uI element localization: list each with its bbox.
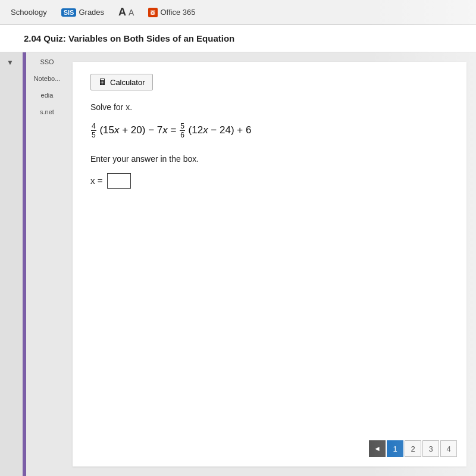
equation-display: 4 5 (15x + 20) − 7x = 5 6 (12x − 24) + 6 xyxy=(90,121,449,140)
sidebar-item-snet[interactable]: s.net xyxy=(29,108,65,115)
schoology-label: Schoology xyxy=(11,8,47,17)
pagination: ◄ 1 2 3 4 xyxy=(369,440,457,457)
sidebar-item-media[interactable]: edia xyxy=(29,92,65,99)
main-area: 2.04 Quiz: Variables on Both Sides of an… xyxy=(0,25,476,476)
sidebar-toggle-icon[interactable]: ▼ xyxy=(7,58,16,68)
sis-badge: SIS xyxy=(61,8,77,17)
left-sidebar: ▼ xyxy=(0,52,23,476)
sidebar-item-sso[interactable]: SSO xyxy=(29,58,65,65)
quiz-title: 2.04 Quiz: Variables on Both Sides of an… xyxy=(24,33,234,43)
back-arrow-icon: ◄ xyxy=(374,444,381,453)
browser-chrome: Schoology SIS Grades A A O Office 365 xyxy=(0,0,476,25)
office-label: Office 365 xyxy=(160,8,195,17)
solve-prompt: Solve for x. xyxy=(90,102,449,112)
tab-office365[interactable]: O Office 365 xyxy=(145,7,199,18)
sidebar-item-notebook[interactable]: Notebo... xyxy=(29,75,65,82)
quiz-panel: 🖩 Calculator Solve for x. 4 5 (15x + 20)… xyxy=(73,62,466,466)
grades-label: Grades xyxy=(79,8,104,17)
large-a-label: A xyxy=(118,6,126,18)
answer-prefix: x = xyxy=(90,176,102,186)
content-layout: ▼ SSO Notebo... edia s.net 🖩 Calculato xyxy=(0,52,476,476)
tab-a-large[interactable]: A A xyxy=(115,5,137,20)
pagination-page-1[interactable]: 1 xyxy=(387,440,403,457)
calculator-button[interactable]: 🖩 Calculator xyxy=(90,74,153,90)
pagination-page-4[interactable]: 4 xyxy=(440,440,457,457)
fraction-5-6: 5 6 xyxy=(180,122,185,140)
pagination-back-button[interactable]: ◄ xyxy=(369,440,386,457)
tab-sis[interactable]: SIS Grades xyxy=(58,7,108,18)
svg-text:O: O xyxy=(151,10,155,15)
answer-row: x = xyxy=(90,173,449,189)
answer-prompt: Enter your answer in the box. xyxy=(90,154,449,164)
pagination-page-3[interactable]: 3 xyxy=(422,440,439,457)
pagination-page-2[interactable]: 2 xyxy=(405,440,421,457)
small-a-label: A xyxy=(129,8,134,17)
calculator-label: Calculator xyxy=(110,78,145,87)
answer-input-box[interactable] xyxy=(107,173,131,189)
calculator-icon: 🖩 xyxy=(98,77,107,87)
fraction-4-5: 4 5 xyxy=(91,122,96,140)
side-nav: SSO Notebo... edia s.net xyxy=(26,52,68,476)
quiz-header: 2.04 Quiz: Variables on Both Sides of an… xyxy=(0,25,476,52)
office-icon: O xyxy=(148,8,158,17)
tab-schoology[interactable]: Schoology xyxy=(7,7,51,18)
